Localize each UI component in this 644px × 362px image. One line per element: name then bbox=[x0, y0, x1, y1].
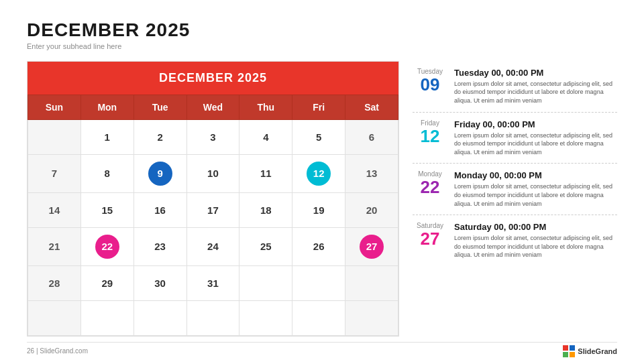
event-title: Tuesday 00, 00:00 PM bbox=[454, 68, 614, 78]
event-details: Friday 00, 00:00 PMLorem ipsum dolor sit… bbox=[454, 119, 614, 157]
site-label: | SlideGrand.com bbox=[36, 347, 88, 355]
calendar-day[interactable]: 22 bbox=[80, 227, 133, 265]
calendar-day[interactable]: 20 bbox=[345, 192, 398, 227]
calendar-day[interactable] bbox=[345, 300, 398, 335]
calendar-day[interactable]: 11 bbox=[239, 154, 292, 192]
col-fri: Fri bbox=[292, 95, 345, 119]
event-desc: Lorem ipsum dolor sit amet, consectetur … bbox=[454, 234, 614, 259]
event-day-number: 27 bbox=[421, 230, 440, 247]
event-details: Monday 00, 00:00 PMLorem ipsum dolor sit… bbox=[454, 170, 614, 208]
calendar-day[interactable]: 12 bbox=[292, 154, 345, 192]
footer-left: 26 | SlideGrand.com bbox=[27, 347, 88, 355]
event-desc: Lorem ipsum dolor sit amet, consectetur … bbox=[454, 131, 614, 157]
svg-rect-2 bbox=[563, 352, 568, 357]
calendar-day[interactable]: 26 bbox=[292, 227, 345, 265]
calendar-day[interactable] bbox=[292, 300, 345, 335]
calendar-day[interactable] bbox=[345, 265, 398, 300]
calendar-day[interactable]: 5 bbox=[292, 119, 345, 154]
event-day-col: Monday22 bbox=[413, 170, 447, 196]
page-subtitle: Enter your subhead line here bbox=[27, 42, 617, 50]
col-wed: Wed bbox=[186, 95, 239, 119]
calendar-day[interactable]: 10 bbox=[186, 154, 239, 192]
events-container: Tuesday09Tuesday 00, 00:00 PMLorem ipsum… bbox=[413, 61, 617, 337]
calendar-day[interactable]: 21 bbox=[28, 227, 81, 265]
event-details: Tuesday 00, 00:00 PMLorem ipsum dolor si… bbox=[454, 68, 614, 105]
event-day-col: Friday12 bbox=[413, 119, 447, 145]
calendar-day[interactable]: 27 bbox=[345, 227, 398, 265]
calendar-day[interactable]: 31 bbox=[186, 265, 239, 300]
calendar-day[interactable] bbox=[239, 265, 292, 300]
calendar-week-row: 28293031 bbox=[28, 265, 398, 300]
calendar-header-row: Sun Mon Tue Wed Thu Fri Sat bbox=[28, 95, 398, 119]
calendar-day[interactable]: 2 bbox=[133, 119, 186, 154]
calendar-day[interactable] bbox=[292, 265, 345, 300]
svg-rect-3 bbox=[570, 352, 575, 357]
event-item: Monday22Monday 00, 00:00 PMLorem ipsum d… bbox=[413, 164, 617, 215]
calendar-day[interactable] bbox=[133, 300, 186, 335]
col-tue: Tue bbox=[133, 95, 186, 119]
col-thu: Thu bbox=[239, 95, 292, 119]
event-desc: Lorem ipsum dolor sit amet, consectetur … bbox=[454, 80, 614, 105]
col-sat: Sat bbox=[345, 95, 398, 119]
calendar-month-header: DECEMBER 2025 bbox=[28, 62, 398, 95]
calendar-day[interactable]: 14 bbox=[28, 192, 81, 227]
calendar-day[interactable]: 16 bbox=[133, 192, 186, 227]
event-title: Friday 00, 00:00 PM bbox=[454, 119, 614, 129]
col-mon: Mon bbox=[80, 95, 133, 119]
calendar-day[interactable]: 19 bbox=[292, 192, 345, 227]
calendar-body: 1234567891011121314151617181920212223242… bbox=[28, 119, 398, 335]
event-title: Saturday 00, 00:00 PM bbox=[454, 222, 614, 232]
calendar-day[interactable] bbox=[28, 119, 81, 154]
calendar-day[interactable]: 17 bbox=[186, 192, 239, 227]
calendar-grid: Sun Mon Tue Wed Thu Fri Sat 123456789101… bbox=[28, 95, 398, 336]
event-item: Tuesday09Tuesday 00, 00:00 PMLorem ipsum… bbox=[413, 61, 617, 113]
event-details: Saturday 00, 00:00 PMLorem ipsum dolor s… bbox=[454, 222, 614, 259]
calendar-day[interactable]: 7 bbox=[28, 154, 81, 192]
event-day-col: Saturday27 bbox=[413, 222, 447, 247]
calendar-day[interactable] bbox=[186, 300, 239, 335]
calendar-day[interactable] bbox=[28, 300, 81, 335]
svg-rect-1 bbox=[570, 345, 575, 351]
event-day-name: Friday bbox=[421, 119, 439, 127]
header: DECEMBER 2025 Enter your subhead line he… bbox=[27, 20, 617, 50]
calendar-day[interactable]: 23 bbox=[133, 227, 186, 265]
calendar-week-row: 78910111213 bbox=[28, 154, 398, 192]
event-day-col: Tuesday09 bbox=[413, 68, 447, 93]
calendar-week-row: 14151617181920 bbox=[28, 192, 398, 227]
footer-brand: SlideGrand bbox=[563, 345, 617, 357]
calendar-day[interactable]: 30 bbox=[133, 265, 186, 300]
page-title: DECEMBER 2025 bbox=[27, 20, 617, 41]
calendar-day[interactable]: 9 bbox=[133, 154, 186, 192]
svg-rect-0 bbox=[563, 345, 568, 351]
event-title: Monday 00, 00:00 PM bbox=[454, 170, 614, 180]
calendar-day[interactable]: 28 bbox=[28, 265, 81, 300]
page: DECEMBER 2025 Enter your subhead line he… bbox=[0, 0, 644, 362]
calendar-day[interactable]: 13 bbox=[345, 154, 398, 192]
calendar-week-row: 21222324252627 bbox=[28, 227, 398, 265]
calendar-week-row bbox=[28, 300, 398, 335]
calendar-day[interactable]: 25 bbox=[239, 227, 292, 265]
calendar-day[interactable] bbox=[239, 300, 292, 335]
calendar-day[interactable]: 1 bbox=[80, 119, 133, 154]
calendar-day[interactable]: 29 bbox=[80, 265, 133, 300]
event-day-number: 12 bbox=[421, 127, 440, 145]
col-sun: Sun bbox=[28, 95, 81, 119]
calendar-day[interactable] bbox=[80, 300, 133, 335]
event-desc: Lorem ipsum dolor sit amet, consectetur … bbox=[454, 182, 614, 208]
calendar-day[interactable]: 15 bbox=[80, 192, 133, 227]
calendar-day[interactable]: 8 bbox=[80, 154, 133, 192]
footer: 26 | SlideGrand.com SlideGrand bbox=[27, 342, 617, 357]
calendar-day[interactable]: 3 bbox=[186, 119, 239, 154]
calendar-day[interactable]: 24 bbox=[186, 227, 239, 265]
event-day-number: 09 bbox=[421, 76, 440, 93]
content-area: DECEMBER 2025 Sun Mon Tue Wed Thu Fri Sa… bbox=[27, 61, 617, 337]
event-day-number: 22 bbox=[421, 178, 440, 196]
calendar: DECEMBER 2025 Sun Mon Tue Wed Thu Fri Sa… bbox=[27, 61, 399, 337]
brand-icon bbox=[563, 345, 575, 357]
calendar-day[interactable]: 4 bbox=[239, 119, 292, 154]
event-item: Friday12Friday 00, 00:00 PMLorem ipsum d… bbox=[413, 113, 617, 164]
page-number: 26 bbox=[27, 347, 34, 355]
calendar-day[interactable]: 18 bbox=[239, 192, 292, 227]
brand-name: SlideGrand bbox=[578, 347, 617, 355]
calendar-day[interactable]: 6 bbox=[345, 119, 398, 154]
